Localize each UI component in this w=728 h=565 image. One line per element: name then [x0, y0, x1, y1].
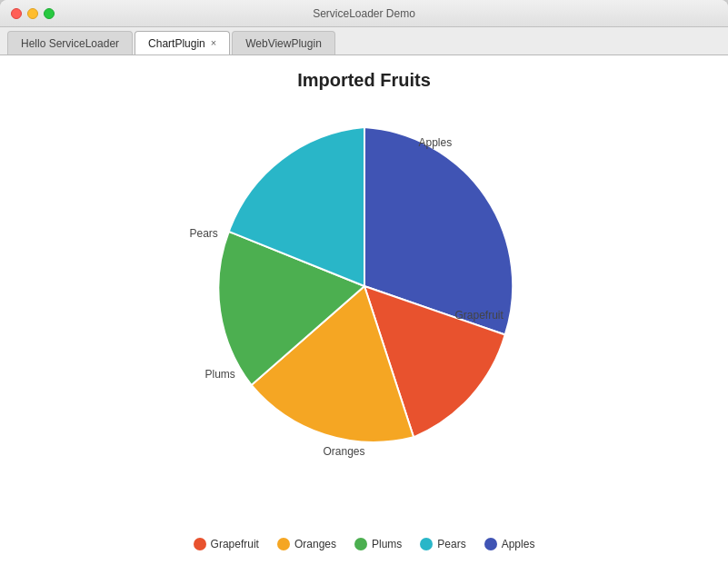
legend-dot-apples [484, 538, 497, 550]
title-bar: ServiceLoader Demo [0, 0, 728, 27]
legend-item-oranges: Oranges [277, 538, 336, 550]
minimize-button[interactable] [27, 8, 38, 19]
legend-label-oranges: Oranges [294, 538, 336, 550]
legend-label-pears: Pears [437, 538, 465, 550]
chart-legend: Grapefruit Oranges Plums Pears Apples [194, 538, 535, 550]
legend-dot-grapefruit [194, 538, 206, 550]
close-button[interactable] [11, 8, 22, 19]
tab-webview-label: WebViewPlugin [245, 37, 322, 50]
legend-item-grapefruit: Grapefruit [194, 538, 259, 550]
window-controls [11, 8, 55, 19]
chart-title: Imported Fruits [297, 70, 431, 91]
tab-webview[interactable]: WebViewPlugin [232, 31, 335, 55]
legend-label-plums: Plums [372, 538, 402, 550]
tab-chart[interactable]: ChartPlugin × [135, 31, 230, 55]
legend-dot-oranges [277, 538, 290, 550]
window-title: ServiceLoader Demo [313, 7, 415, 20]
tab-close-icon[interactable]: × [211, 38, 216, 48]
tab-hello[interactable]: Hello ServiceLoader [7, 31, 133, 55]
tab-chart-label: ChartPlugin [148, 37, 205, 50]
label-oranges: Oranges [324, 445, 365, 458]
tab-hello-label: Hello ServiceLoader [21, 37, 119, 50]
label-grapefruit: Grapefruit [455, 309, 504, 322]
legend-item-apples: Apples [484, 538, 535, 550]
main-content: Imported Fruits Apples Grapefruit Orange… [0, 55, 728, 565]
chart-container: Apples Grapefruit Oranges Plums Pears [155, 109, 573, 529]
legend-item-pears: Pears [420, 538, 465, 550]
label-pears: Pears [190, 227, 218, 240]
legend-item-plums: Plums [354, 538, 402, 550]
legend-label-apples: Apples [502, 538, 535, 550]
tab-bar: Hello ServiceLoader ChartPlugin × WebVie… [0, 27, 728, 55]
maximize-button[interactable] [44, 8, 55, 19]
label-apples: Apples [419, 136, 453, 149]
legend-label-grapefruit: Grapefruit [211, 538, 259, 550]
legend-dot-pears [420, 538, 433, 550]
main-window: ServiceLoader Demo Hello ServiceLoader C… [0, 0, 728, 565]
label-plums: Plums [205, 368, 235, 381]
legend-dot-plums [354, 538, 367, 550]
pie-chart-svg [174, 109, 555, 463]
